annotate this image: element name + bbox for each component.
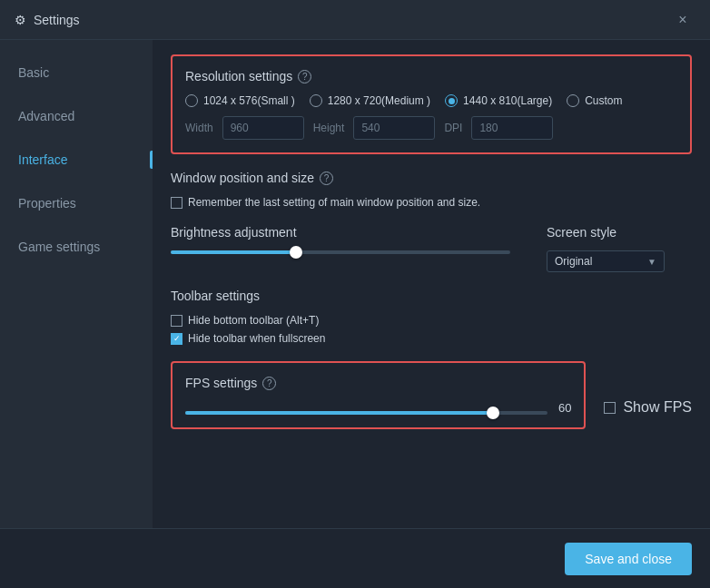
brightness-title: Brightness adjustment [171, 225, 510, 240]
resolution-option-custom[interactable]: Custom [567, 94, 622, 107]
main-layout: Basic Advanced Interface Properties Game… [0, 40, 710, 528]
fps-title: FPS settings ? [185, 376, 571, 390]
width-input[interactable] [222, 116, 304, 140]
brightness-slider-fill [171, 250, 296, 254]
screen-style-col: Screen style Original ▼ [547, 225, 692, 272]
hide-bottom-toolbar-box [171, 315, 182, 327]
brightness-screenstyle-row: Brightness adjustment Screen style Origi… [171, 225, 692, 272]
fps-slider-track[interactable] [185, 411, 547, 415]
toolbar-title: Toolbar settings [171, 289, 692, 303]
remember-position-checkbox[interactable]: Remember the last setting of main window… [171, 196, 692, 209]
radio-custom [567, 94, 579, 107]
fps-help-icon[interactable]: ? [262, 377, 276, 390]
resolution-help-icon[interactable]: ? [298, 70, 311, 83]
resolution-section: Resolution settings ? 1024 x 576(Small )… [171, 54, 692, 154]
sidebar-item-advanced[interactable]: Advanced [0, 94, 153, 138]
sidebar-item-interface[interactable]: Interface [0, 138, 153, 181]
dimension-row: Width Height DPI [185, 116, 677, 140]
remember-position-box [171, 197, 182, 209]
sidebar-item-basic[interactable]: Basic [0, 51, 153, 94]
radio-large [445, 94, 458, 107]
dpi-input[interactable] [471, 116, 553, 140]
screen-style-dropdown[interactable]: Original ▼ [547, 250, 665, 272]
fps-slider-row: 60 [185, 401, 571, 415]
width-label: Width [185, 122, 213, 134]
settings-icon: ⚙ [15, 13, 26, 27]
resolution-options: 1024 x 576(Small ) 1280 x 720(Medium ) 1… [185, 94, 677, 107]
brightness-slider-thumb[interactable] [290, 246, 302, 259]
show-fps-label: Show FPS [623, 399, 692, 416]
hide-bottom-toolbar-checkbox[interactable]: Hide bottom toolbar (Alt+T) [171, 314, 692, 327]
window-position-section: Window position and size ? Remember the … [171, 171, 692, 209]
hide-toolbar-fullscreen-box [171, 333, 182, 345]
sidebar: Basic Advanced Interface Properties Game… [0, 40, 153, 528]
title-bar-left: ⚙ Settings [15, 13, 80, 27]
sidebar-item-game-settings[interactable]: Game settings [0, 225, 153, 269]
content-area: Resolution settings ? 1024 x 576(Small )… [153, 40, 710, 528]
height-input[interactable] [353, 116, 435, 140]
close-button[interactable]: × [670, 7, 695, 33]
hide-toolbar-fullscreen-checkbox[interactable]: Hide toolbar when fullscreen [171, 332, 692, 345]
window-title: Settings [34, 13, 80, 27]
radio-medium [310, 94, 322, 107]
fps-row: FPS settings ? 60 Show FPS [171, 361, 692, 429]
brightness-col: Brightness adjustment [171, 225, 510, 272]
screen-style-title: Screen style [547, 225, 692, 240]
dpi-label: DPI [444, 122, 462, 134]
resolution-option-small[interactable]: 1024 x 576(Small ) [185, 94, 295, 107]
show-fps-row: Show FPS [604, 361, 692, 416]
fps-slider-thumb[interactable] [487, 407, 499, 419]
resolution-option-large[interactable]: 1440 x 810(Large) [445, 94, 552, 107]
bottom-bar: Save and close [0, 528, 710, 588]
brightness-slider-track[interactable] [171, 250, 510, 254]
sidebar-item-properties[interactable]: Properties [0, 181, 153, 225]
resolution-option-medium[interactable]: 1280 x 720(Medium ) [310, 94, 430, 107]
resolution-title: Resolution settings ? [185, 69, 677, 83]
save-and-close-button[interactable]: Save and close [565, 543, 692, 575]
fps-slider-fill [185, 411, 493, 415]
window-position-title: Window position and size ? [171, 171, 692, 185]
height-label: Height [313, 122, 345, 134]
window-position-help-icon[interactable]: ? [320, 172, 333, 185]
show-fps-box[interactable] [604, 402, 616, 414]
fps-section: FPS settings ? 60 [171, 361, 586, 429]
title-bar: ⚙ Settings × [0, 0, 710, 40]
fps-value: 60 [558, 401, 571, 415]
radio-small [185, 94, 198, 107]
toolbar-section: Toolbar settings Hide bottom toolbar (Al… [171, 289, 692, 345]
dropdown-arrow-icon: ▼ [647, 257, 656, 267]
